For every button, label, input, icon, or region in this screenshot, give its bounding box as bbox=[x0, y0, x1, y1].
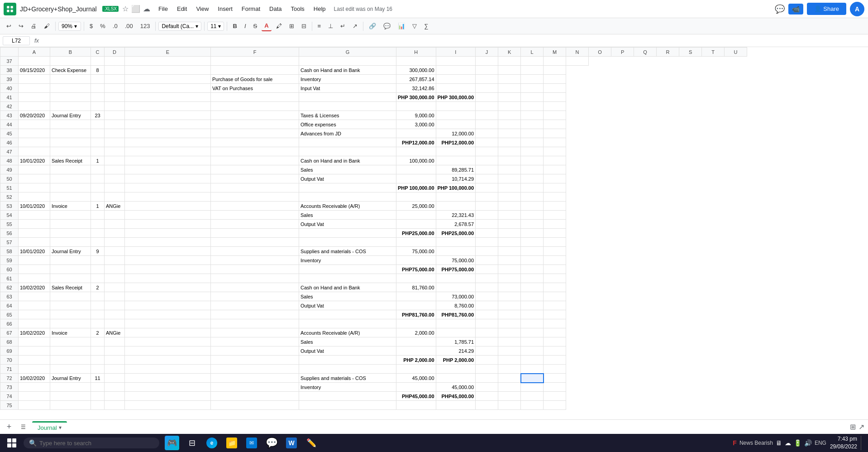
show-desktop-button[interactable] bbox=[861, 436, 863, 450]
table-cell[interactable] bbox=[211, 283, 299, 292]
table-cell[interactable] bbox=[498, 165, 521, 174]
table-cell[interactable]: Sales Receipt bbox=[50, 283, 91, 292]
decimal1-button[interactable]: .0 bbox=[110, 21, 120, 31]
table-cell[interactable]: PHP75,000.00 bbox=[436, 265, 476, 274]
table-cell[interactable] bbox=[105, 120, 125, 129]
table-cell[interactable] bbox=[521, 75, 544, 84]
table-cell[interactable] bbox=[105, 247, 125, 256]
table-cell[interactable] bbox=[498, 265, 521, 274]
font-size-selector[interactable]: 11 ▾ bbox=[207, 22, 224, 31]
table-cell[interactable] bbox=[125, 319, 211, 328]
table-cell[interactable] bbox=[544, 346, 566, 356]
table-cell[interactable] bbox=[211, 374, 299, 383]
table-cell[interactable]: 2,000.00 bbox=[396, 328, 436, 337]
table-cell[interactable] bbox=[19, 138, 50, 147]
news-icon[interactable]: F bbox=[733, 439, 737, 447]
table-cell[interactable] bbox=[105, 156, 125, 165]
table-cell[interactable] bbox=[544, 75, 566, 84]
table-cell[interactable] bbox=[91, 238, 105, 247]
table-cell[interactable] bbox=[125, 156, 211, 165]
table-cell[interactable] bbox=[50, 165, 91, 174]
table-cell[interactable] bbox=[211, 129, 299, 138]
table-cell[interactable] bbox=[50, 356, 91, 365]
table-cell[interactable] bbox=[91, 365, 105, 374]
table-cell[interactable] bbox=[211, 165, 299, 174]
table-cell[interactable] bbox=[436, 401, 476, 410]
table-cell[interactable] bbox=[211, 365, 299, 374]
table-cell[interactable] bbox=[476, 57, 498, 66]
table-cell[interactable] bbox=[125, 84, 211, 93]
table-cell[interactable] bbox=[521, 220, 544, 229]
table-cell[interactable] bbox=[50, 365, 91, 374]
table-cell[interactable]: Sales bbox=[299, 337, 396, 346]
table-cell[interactable] bbox=[299, 401, 396, 410]
table-cell[interactable] bbox=[105, 256, 125, 265]
onedrive-icon[interactable]: ☁ bbox=[785, 439, 791, 447]
table-cell[interactable] bbox=[125, 66, 211, 75]
table-cell[interactable] bbox=[211, 310, 299, 319]
table-cell[interactable] bbox=[476, 102, 498, 111]
table-cell[interactable]: PHP81,760.00 bbox=[396, 310, 436, 319]
table-cell[interactable] bbox=[125, 346, 211, 356]
table-cell[interactable] bbox=[19, 392, 50, 401]
table-cell[interactable]: 75,000.00 bbox=[436, 256, 476, 265]
link-button[interactable]: 🔗 bbox=[366, 21, 379, 31]
table-cell[interactable] bbox=[105, 337, 125, 346]
font-family-selector[interactable]: Default (Ca... ▾ bbox=[158, 22, 201, 31]
table-cell[interactable] bbox=[521, 129, 544, 138]
table-cell[interactable] bbox=[521, 401, 544, 410]
table-cell[interactable] bbox=[544, 147, 566, 156]
table-cell[interactable] bbox=[19, 365, 50, 374]
table-cell[interactable]: 2 bbox=[91, 283, 105, 292]
table-cell[interactable]: Journal Entry bbox=[50, 374, 91, 383]
table-cell[interactable] bbox=[498, 183, 521, 192]
table-cell[interactable] bbox=[498, 319, 521, 328]
table-cell[interactable] bbox=[91, 337, 105, 346]
table-cell[interactable] bbox=[396, 174, 436, 183]
col-header-o[interactable]: O bbox=[589, 48, 611, 57]
table-cell[interactable] bbox=[436, 120, 476, 129]
table-cell[interactable] bbox=[211, 356, 299, 365]
table-cell[interactable] bbox=[91, 256, 105, 265]
table-cell[interactable] bbox=[476, 229, 498, 238]
table-cell[interactable] bbox=[19, 256, 50, 265]
table-cell[interactable] bbox=[521, 238, 544, 247]
table-cell[interactable] bbox=[476, 66, 498, 75]
table-cell[interactable] bbox=[396, 301, 436, 310]
table-cell[interactable] bbox=[521, 301, 544, 310]
table-cell[interactable] bbox=[476, 301, 498, 310]
table-cell[interactable]: Sales bbox=[299, 292, 396, 301]
table-cell[interactable] bbox=[436, 84, 476, 93]
percent-button[interactable]: % bbox=[97, 21, 108, 31]
table-cell[interactable] bbox=[436, 274, 476, 283]
table-cell[interactable] bbox=[19, 147, 50, 156]
table-cell[interactable] bbox=[125, 211, 211, 220]
table-cell[interactable] bbox=[91, 319, 105, 328]
table-cell[interactable]: PHP12,000.00 bbox=[436, 138, 476, 147]
table-cell[interactable] bbox=[436, 75, 476, 84]
table-cell[interactable] bbox=[476, 93, 498, 102]
table-cell[interactable] bbox=[211, 111, 299, 120]
col-header-b[interactable]: B bbox=[50, 48, 91, 57]
table-cell[interactable] bbox=[498, 401, 521, 410]
table-cell[interactable] bbox=[91, 310, 105, 319]
table-cell[interactable]: Supplies and materials - COS bbox=[299, 374, 396, 383]
table-cell[interactable] bbox=[105, 374, 125, 383]
table-cell[interactable]: 9 bbox=[91, 247, 105, 256]
col-header-i[interactable]: I bbox=[436, 48, 476, 57]
table-cell[interactable]: PHP 2,000.00 bbox=[436, 356, 476, 365]
table-cell[interactable] bbox=[544, 129, 566, 138]
table-cell[interactable] bbox=[91, 220, 105, 229]
col-header-g[interactable]: G bbox=[299, 48, 396, 57]
table-cell[interactable] bbox=[91, 346, 105, 356]
table-cell[interactable] bbox=[211, 383, 299, 392]
table-cell[interactable]: 9,000.00 bbox=[396, 111, 436, 120]
table-cell[interactable] bbox=[544, 183, 566, 192]
table-cell[interactable] bbox=[299, 265, 396, 274]
menu-view[interactable]: View bbox=[191, 4, 213, 14]
currency-button[interactable]: $ bbox=[87, 21, 95, 31]
table-cell[interactable] bbox=[521, 319, 544, 328]
table-cell[interactable] bbox=[105, 229, 125, 238]
table-cell[interactable] bbox=[476, 192, 498, 202]
decimal2-button[interactable]: .00 bbox=[122, 21, 136, 31]
